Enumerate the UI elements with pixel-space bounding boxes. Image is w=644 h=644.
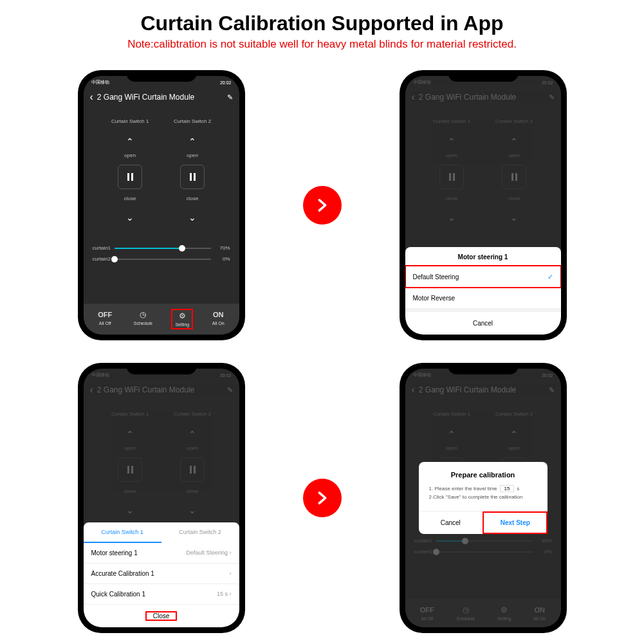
phone-mockup-4: 中国移动20:02 ‹2 Gang WiFi Curtain Module✎ C… <box>400 363 567 633</box>
cancel-button[interactable]: Cancel <box>405 308 561 335</box>
close-button[interactable]: Close <box>145 611 178 621</box>
default-steering-option[interactable]: Default Steering✓ <box>405 266 561 288</box>
phone-mockup-3: 中国移动20:02 ‹2 Gang WiFi Curtain Module✎ C… <box>78 363 245 633</box>
pause-button-1[interactable] <box>118 165 142 189</box>
back-icon[interactable]: ‹ <box>90 91 93 103</box>
open-button-1[interactable]: ⌃ <box>117 132 143 151</box>
edit-icon[interactable]: ✎ <box>227 93 233 102</box>
slider1-value: 70% <box>215 245 230 251</box>
slider1-label: curtain1 <box>93 245 111 251</box>
prepare-calibration-modal: Prepare calibration 1. Please enter the … <box>419 462 547 534</box>
open-label: open <box>169 152 217 158</box>
motor-steering-row[interactable]: Motor steering 1Default Steering › <box>84 543 239 564</box>
page-title: Curtain Calibration Supported in App <box>19 12 625 35</box>
note-text: Note:calibtration is not suitable well f… <box>19 38 625 51</box>
tab-curtain-switch-1[interactable]: Curtain Switch 1 <box>84 522 161 543</box>
motor-reverse-option[interactable]: Motor Reverse <box>405 288 561 308</box>
open-button-2[interactable]: ⌃ <box>179 132 205 151</box>
arrow-icon <box>303 186 342 225</box>
close-button-2[interactable]: ⌄ <box>179 208 205 227</box>
slider1[interactable] <box>115 248 211 249</box>
status-time: 20:02 <box>220 80 232 85</box>
phone-mockup-1: 中国移动 20:02 ‹ 2 Gang WiFi Curtain Module … <box>78 70 245 340</box>
modal-cancel-button[interactable]: Cancel <box>419 511 483 534</box>
slider2-label: curtain2 <box>93 256 111 262</box>
tab-curtain-switch-2[interactable]: Curtain Switch 2 <box>161 522 239 543</box>
schedule-button[interactable]: ◷Schedule <box>134 310 152 328</box>
sheet-title: Motor steering 1 <box>405 247 561 266</box>
gear-icon: ⚙ <box>178 311 187 320</box>
header-title: 2 Gang WiFi Curtain Module <box>97 93 227 102</box>
switch2-label: Curtain Switch 2 <box>169 118 217 124</box>
accurate-calibration-row[interactable]: Accurate Calibration 1› <box>84 564 239 584</box>
check-icon: ✓ <box>547 273 553 281</box>
switch1-label: Curtain Switch 1 <box>106 118 154 124</box>
slider2[interactable] <box>115 259 211 260</box>
close-label: close <box>106 196 154 201</box>
close-button-1[interactable]: ⌄ <box>117 208 143 227</box>
open-label: open <box>106 152 154 158</box>
phone-mockup-2: 中国移动20:02 ‹2 Gang WiFi Curtain Module✎ C… <box>400 70 567 340</box>
close-label: close <box>169 196 217 201</box>
arrow-icon <box>303 479 342 517</box>
quick-calibration-row[interactable]: Quick Calibration 115 s › <box>84 584 239 605</box>
all-off-button[interactable]: OFFAll Off <box>98 310 112 328</box>
setting-button[interactable]: ⚙Setting <box>171 309 193 329</box>
travel-time-input[interactable] <box>500 485 514 492</box>
slider2-value: 0% <box>215 256 230 262</box>
modal-title: Prepare calibration <box>419 462 547 485</box>
pause-button-2[interactable] <box>180 165 205 189</box>
modal-instruction-2: 2.Click "Save" to complete the calibrati… <box>429 493 537 502</box>
next-step-button[interactable]: Next Step <box>483 511 547 534</box>
status-carrier: 中国移动 <box>91 79 109 86</box>
all-on-button[interactable]: ONAll On <box>212 310 225 328</box>
